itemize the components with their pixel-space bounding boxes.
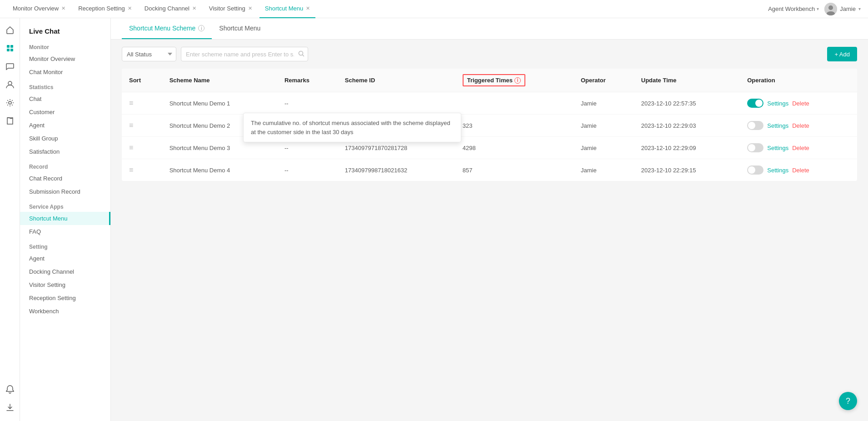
settings-link-row3[interactable]: Settings	[767, 145, 788, 151]
nav-grid-icon[interactable]	[2, 40, 18, 56]
settings-link-row1[interactable]: Settings	[767, 100, 788, 107]
nav-group-monitor: Monitor	[20, 39, 110, 52]
triggered-times-info-icon[interactable]: i	[514, 77, 521, 84]
action-cell: Settings Delete	[747, 99, 850, 108]
page-tab-scheme[interactable]: Shortcut Menu Scheme i	[122, 18, 212, 39]
search-wrapper	[181, 47, 308, 61]
table-row: ≡ Shortcut Menu Demo 1 -- Jamie 2023-12-…	[122, 92, 857, 115]
action-cell: Settings Delete	[747, 165, 850, 175]
agent-workbench-selector[interactable]: Agent Workbench ▾	[768, 5, 819, 12]
delete-link-row2[interactable]: Delete	[792, 122, 809, 129]
settings-link-row2[interactable]: Settings	[767, 122, 788, 129]
svg-point-8	[9, 101, 11, 104]
add-button[interactable]: + Add	[827, 47, 857, 61]
top-bar-right: Agent Workbench ▾ Jamie ▾	[768, 3, 861, 15]
tab-shortcut-menu[interactable]: Shortcut Menu ✕	[259, 0, 316, 18]
nav-settings-icon[interactable]	[2, 95, 18, 111]
action-cell: Settings Delete	[747, 143, 850, 152]
left-nav: Live Chat Monitor Monitor Overview Chat …	[20, 18, 111, 421]
sort-handle[interactable]: ≡	[129, 99, 133, 107]
close-tab-visitor-setting[interactable]: ✕	[248, 6, 252, 11]
nav-item-reception-setting[interactable]: Reception Setting	[20, 291, 110, 305]
nav-item-chat-monitor[interactable]: Chat Monitor	[20, 65, 110, 79]
help-button[interactable]: ?	[839, 392, 857, 410]
delete-link-row1[interactable]: Delete	[792, 100, 809, 107]
nav-group-setting: Setting	[20, 238, 110, 252]
tab-visitor-setting[interactable]: Visitor Setting ✕	[204, 0, 258, 18]
icon-sidebar	[0, 18, 20, 421]
remarks-cell: --	[277, 159, 338, 181]
svg-rect-3	[7, 45, 10, 48]
scheme-id-cell: 1734097998718021632	[338, 159, 455, 181]
nav-item-docking-channel[interactable]: Docking Channel	[20, 265, 110, 278]
tab-reception-setting[interactable]: Reception Setting ✕	[73, 0, 137, 18]
table-row: ≡ Shortcut Menu Demo 2 -- 17340979483486…	[122, 115, 857, 137]
nav-item-submission-record[interactable]: Submission Record	[20, 185, 110, 198]
search-icon[interactable]	[298, 50, 304, 58]
triggered-times-cell: 857	[455, 159, 574, 181]
nav-item-skill-group[interactable]: Skill Group	[20, 132, 110, 145]
nav-item-chat-stat[interactable]: Chat	[20, 92, 110, 105]
settings-link-row4[interactable]: Settings	[767, 167, 788, 174]
nav-item-visitor-setting[interactable]: Visitor Setting	[20, 278, 110, 291]
agent-workbench-label: Agent Workbench	[768, 5, 815, 12]
user-menu[interactable]: Jamie ▾	[824, 3, 861, 15]
toggle-row3[interactable]	[747, 143, 763, 152]
top-tabs: Monitor Overview ✕ Reception Setting ✕ D…	[7, 0, 315, 18]
table-row: ≡ Shortcut Menu Demo 3 -- 17340979718702…	[122, 137, 857, 159]
toolbar-left: All Status Enabled Disabled	[122, 47, 308, 61]
user-chevron: ▾	[858, 6, 861, 11]
table-container: Sort Scheme Name Remarks Scheme ID Trigg…	[111, 69, 868, 421]
svg-rect-5	[7, 49, 10, 51]
nav-item-satisfaction[interactable]: Satisfaction	[20, 145, 110, 158]
toggle-row1[interactable]	[747, 99, 763, 108]
status-filter[interactable]: All Status Enabled Disabled	[122, 47, 176, 61]
close-tab-docking-channel[interactable]: ✕	[192, 6, 196, 11]
nav-chat-icon[interactable]	[2, 58, 18, 75]
svg-rect-6	[10, 49, 13, 51]
close-tab-shortcut-menu[interactable]: ✕	[306, 6, 310, 11]
sort-handle[interactable]: ≡	[129, 166, 133, 174]
page-tab-shortcut-menu[interactable]: Shortcut Menu	[212, 18, 268, 39]
triggered-times-cell: 4298	[455, 137, 574, 159]
operator-cell: Jamie	[574, 137, 634, 159]
nav-item-monitor-overview[interactable]: Monitor Overview	[20, 52, 110, 65]
scheme-table: Sort Scheme Name Remarks Scheme ID Trigg…	[122, 69, 857, 181]
scheme-name-cell: Shortcut Menu Demo 4	[162, 159, 277, 181]
close-tab-reception-setting[interactable]: ✕	[128, 6, 132, 11]
nav-item-chat-record[interactable]: Chat Record	[20, 172, 110, 185]
nav-user-icon[interactable]	[2, 76, 18, 93]
tab-docking-channel[interactable]: Docking Channel ✕	[139, 0, 202, 18]
delete-link-row3[interactable]: Delete	[792, 145, 809, 151]
update-time-cell: 2023-12-10 22:29:15	[634, 159, 740, 181]
close-tab-monitor-overview[interactable]: ✕	[61, 6, 65, 11]
col-operator: Operator	[574, 69, 634, 92]
nav-bell-icon[interactable]	[2, 381, 18, 397]
sort-handle[interactable]: ≡	[129, 121, 133, 129]
nav-item-agent-stat[interactable]: Agent	[20, 119, 110, 132]
table-row: ≡ Shortcut Menu Demo 4 -- 17340979987180…	[122, 159, 857, 181]
tab-monitor-overview[interactable]: Monitor Overview ✕	[7, 0, 71, 18]
toggle-row4[interactable]	[747, 165, 763, 175]
update-time-cell: 2023-12-10 22:57:35	[634, 92, 740, 115]
nav-item-agent-setting[interactable]: Agent	[20, 252, 110, 265]
triggered-times-tooltip: The cumulative no. of shortcut menus ass…	[243, 113, 461, 142]
nav-item-workbench[interactable]: Workbench	[20, 305, 110, 318]
nav-book-icon[interactable]	[2, 113, 18, 129]
scheme-info-icon[interactable]: i	[198, 25, 205, 31]
nav-item-customer-stat[interactable]: Customer	[20, 105, 110, 119]
operator-cell: Jamie	[574, 159, 634, 181]
delete-link-row4[interactable]: Delete	[792, 167, 809, 174]
col-update-time: Update Time	[634, 69, 740, 92]
search-input[interactable]	[181, 47, 308, 61]
main-layout: Live Chat Monitor Monitor Overview Chat …	[0, 18, 868, 421]
nav-item-faq[interactable]: FAQ	[20, 225, 110, 238]
nav-download-icon[interactable]	[2, 399, 18, 416]
content-area: Shortcut Menu Scheme i Shortcut Menu All…	[111, 18, 868, 421]
help-icon: ?	[846, 396, 850, 406]
nav-home-icon[interactable]	[2, 22, 18, 38]
toggle-row2[interactable]	[747, 121, 763, 130]
scheme-id-cell	[338, 92, 455, 115]
sort-handle[interactable]: ≡	[129, 144, 133, 151]
nav-item-shortcut-menu[interactable]: Shortcut Menu	[20, 212, 110, 225]
